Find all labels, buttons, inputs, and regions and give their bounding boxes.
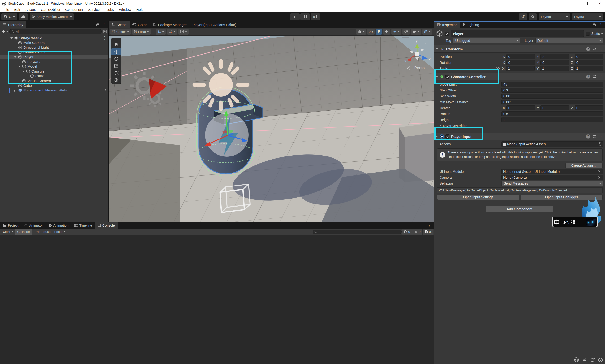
lighting-toggle[interactable] (376, 29, 382, 35)
account-dropdown[interactable]: G (1, 13, 17, 20)
maximize-button[interactable] (583, 0, 594, 7)
shading-mode-dropdown[interactable] (356, 29, 366, 35)
tab-inspector[interactable]: i Inspector (434, 21, 460, 28)
tree-row[interactable]: Global Volume (0, 50, 108, 55)
tree-row-prefab[interactable]: Environment_Narrow_Walls (0, 88, 108, 93)
cache-server-disconnected-button[interactable] (581, 357, 588, 363)
collapse-toggle[interactable]: Collapse (15, 229, 32, 235)
ime-key-icon[interactable] (570, 219, 576, 224)
skin-width-input[interactable]: 0.08 (502, 94, 603, 99)
editor-dropdown[interactable]: Editor (52, 229, 68, 235)
center-z-input[interactable]: 0 (575, 105, 603, 110)
snap-increment-dropdown[interactable] (179, 29, 189, 35)
layer-dropdown[interactable]: Default (535, 38, 603, 43)
hierarchy-search-input[interactable] (15, 29, 100, 34)
tab-lighting[interactable]: Lighting (460, 21, 482, 28)
menu-component[interactable]: Component (63, 8, 86, 12)
grid-axis-dropdown[interactable] (167, 29, 177, 35)
search-button[interactable] (529, 13, 537, 20)
tab-animator[interactable]: Animator (21, 222, 46, 229)
tree-row-player[interactable]: Player (0, 55, 108, 59)
move-tool-button[interactable] (111, 48, 121, 55)
transform-tool-button[interactable] (111, 77, 121, 84)
step-button[interactable]: ▶ (310, 13, 320, 20)
ui-module-object-field[interactable]: None (Input System UI Input Module) (502, 169, 603, 174)
cloud-button[interactable] (19, 13, 28, 20)
scale-z-input[interactable]: 1 (574, 66, 603, 71)
position-y-input[interactable]: 2 (541, 54, 569, 59)
tree-row[interactable]: Capsule (0, 69, 108, 74)
lock-icon[interactable] (593, 23, 596, 26)
center-x-input[interactable]: 0 (506, 105, 535, 110)
tab-package-manager[interactable]: Package Manager (150, 21, 190, 28)
presets-icon[interactable] (593, 135, 596, 138)
minimize-button[interactable]: — (572, 0, 583, 7)
foldout-icon[interactable] (436, 48, 438, 50)
layers-dropdown[interactable]: Layers (539, 13, 570, 20)
moon-icon[interactable] (561, 220, 564, 224)
warning-count-toggle[interactable]: 0 (412, 229, 423, 235)
scene-viewport[interactable]: y x z Persp (109, 36, 434, 222)
prefab-open-chevron-icon[interactable] (103, 88, 107, 92)
object-picker-icon[interactable] (598, 142, 602, 146)
actions-object-field[interactable]: None (Input Action Asset) (502, 141, 603, 147)
chevron-down-icon[interactable] (6, 31, 8, 32)
tab-console[interactable]: Console (95, 222, 118, 229)
component-enabled-checkbox[interactable] (446, 75, 450, 79)
tree-row[interactable]: Virtual Camera (0, 78, 108, 83)
rotation-y-input[interactable]: 0 (541, 60, 569, 65)
foldout-icon[interactable] (14, 56, 16, 58)
menu-services[interactable]: Services (86, 8, 104, 12)
tree-row[interactable]: Forward (0, 59, 108, 64)
rotate-tool-button[interactable] (111, 55, 121, 62)
component-menu-icon[interactable]: ⋮ (599, 47, 603, 51)
info-count-toggle[interactable]: 0 (401, 229, 412, 235)
auto-refresh-disabled-button[interactable] (589, 357, 595, 363)
gizmos-dropdown[interactable] (422, 29, 432, 35)
active-checkbox[interactable] (445, 32, 449, 36)
tab-project[interactable]: Project (0, 222, 21, 229)
add-component-button[interactable]: Add Component (486, 206, 553, 212)
menu-assets[interactable]: Assets (23, 8, 38, 12)
foldout-icon[interactable] (18, 66, 21, 67)
panel-menu-icon[interactable]: ⋮ (599, 23, 603, 27)
help-icon[interactable]: ? (586, 47, 590, 51)
tag-dropdown[interactable]: Untagged (453, 38, 520, 43)
create-add-button[interactable] (2, 30, 5, 33)
ime-toolbar[interactable]: °, (552, 217, 598, 227)
step-offset-input[interactable]: 0.3 (502, 88, 603, 93)
foldout-icon[interactable] (436, 76, 438, 77)
undo-history-button[interactable]: ↺ (519, 13, 527, 20)
object-picker-icon[interactable] (598, 170, 602, 173)
palette-drag-handle[interactable] (111, 38, 121, 41)
tab-hierarchy[interactable]: Hierarchy (0, 21, 26, 28)
slope-limit-input[interactable]: 45 (502, 82, 603, 87)
presets-icon[interactable] (593, 47, 596, 51)
foldout-icon[interactable] (10, 37, 13, 39)
tree-row[interactable]: Model (0, 64, 108, 69)
radius-input[interactable]: 0.5 (502, 111, 603, 116)
component-enabled-checkbox[interactable] (446, 134, 450, 139)
object-picker-icon[interactable] (598, 176, 602, 179)
orientation-dropdown[interactable]: Local (132, 29, 151, 35)
tree-row[interactable]: Cube (0, 83, 108, 88)
foldout-icon[interactable] (22, 71, 25, 72)
camera-settings-dropdown[interactable] (411, 29, 421, 35)
panel-menu-icon[interactable]: ⋮ (102, 23, 106, 27)
ime-punctuation[interactable]: °, (566, 220, 569, 224)
hierarchy-search[interactable] (10, 29, 102, 34)
audio-mute-toggle[interactable] (383, 29, 390, 35)
open-input-settings-button[interactable]: Open Input Settings (437, 195, 519, 200)
behavior-dropdown[interactable]: Send Messages (502, 181, 603, 186)
menu-file[interactable]: File (1, 8, 12, 12)
camera-object-field[interactable]: None (Camera) (502, 175, 603, 180)
component-menu-icon[interactable]: ⋮ (599, 134, 603, 139)
static-checkbox[interactable] (586, 32, 590, 36)
menu-gameobject[interactable]: GameObject (38, 8, 63, 12)
picker-panel-icon[interactable] (103, 30, 107, 33)
rotation-z-input[interactable]: 0 (575, 60, 603, 65)
presets-icon[interactable] (593, 75, 596, 78)
tree-row[interactable]: Main Camera (0, 40, 108, 45)
debugger-disabled-button[interactable] (573, 357, 579, 363)
tree-row-scene[interactable]: StudyCase1-1 ⋮ (0, 36, 108, 40)
